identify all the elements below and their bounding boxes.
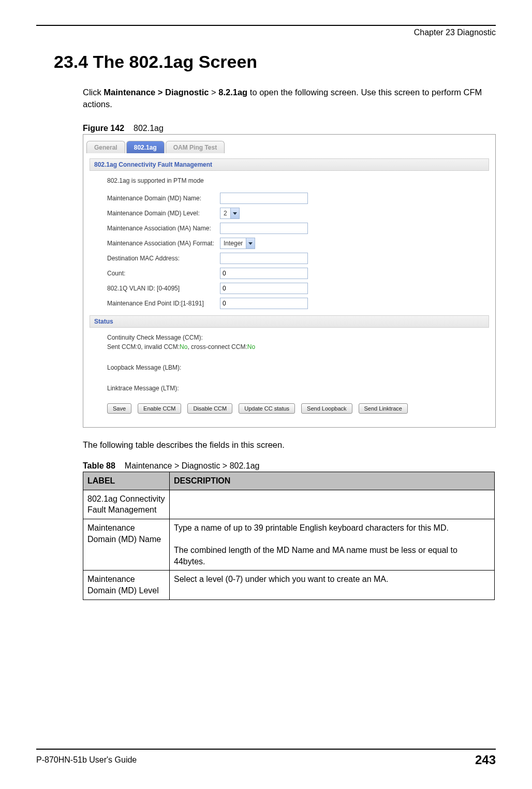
save-button[interactable]: Save — [107, 403, 131, 414]
status-ccm-b: , cross-connect CCM: — [187, 343, 247, 350]
update-cc-status-button[interactable]: Update CC status — [239, 403, 295, 414]
send-loopback-button[interactable]: Send Loopback — [301, 403, 352, 414]
screenshot-panel: General 802.1ag OAM Ping Test 802.1ag Co… — [83, 134, 496, 428]
status-ltm: Linktrace Message (LTM): — [107, 385, 489, 392]
label-vlan-id: 802.1Q VLAN ID: [0-4095] — [107, 285, 220, 293]
table-cell-desc: Type a name of up to 39 printable Englis… — [170, 519, 495, 570]
status-ccm-a: Sent CCM:0, invalid CCM: — [107, 343, 180, 350]
select-ma-format-value: Integer — [220, 240, 246, 247]
status-body: Continuity Check Message (CCM): Sent CCM… — [107, 334, 489, 392]
page-number: 243 — [475, 753, 496, 767]
after-figure-text: The following table describes the fields… — [83, 440, 496, 450]
input-vlan-id[interactable] — [220, 283, 308, 294]
send-linktrace-button[interactable]: Send Linktrace — [359, 403, 408, 414]
intro-mid: > — [209, 87, 218, 97]
table-cell-label: Maintenance Domain (MD) Name — [83, 519, 170, 570]
label-ma-name: Maintenance Association (MA) Name: — [107, 225, 220, 232]
label-md-name: Maintenance Domain (MD) Name: — [107, 195, 220, 202]
ptm-mode-note: 802.1ag is supported in PTM mode — [107, 177, 489, 184]
table-head-label: LABEL — [83, 472, 170, 490]
label-count: Count: — [107, 270, 220, 277]
input-md-name[interactable] — [220, 193, 308, 204]
status-ccm-line: Sent CCM:0, invalid CCM:No, cross-connec… — [107, 343, 489, 350]
figure-label: Figure 142 — [83, 124, 124, 133]
table-head-description: DESCRIPTION — [170, 472, 495, 490]
input-mep-id[interactable] — [220, 298, 308, 309]
label-md-level: Maintenance Domain (MD) Level: — [107, 210, 220, 217]
table-cell-label: Maintenance Domain (MD) Level — [83, 571, 170, 600]
intro-pre: Click — [83, 87, 104, 97]
label-ma-format: Maintenance Association (MA) Format: — [107, 240, 220, 247]
table-label: Table 88 — [83, 461, 115, 470]
table-cell-label: 802.1ag Connectivity Fault Management — [83, 490, 170, 519]
status-lbm: Loopback Message (LBM): — [107, 364, 489, 371]
tab-oam-ping-test[interactable]: OAM Ping Test — [166, 141, 225, 153]
chevron-down-icon — [246, 238, 255, 249]
chapter-header: Chapter 23 Diagnostic — [36, 28, 496, 37]
tab-bar: General 802.1ag OAM Ping Test — [83, 135, 495, 153]
status-ccm-no1: No — [180, 343, 187, 350]
table-caption-text: Maintenance > Diagnostic > 802.1ag — [125, 461, 260, 470]
tab-8021ag[interactable]: 802.1ag — [126, 141, 165, 153]
table-row: 802.1ag Connectivity Fault Management — [83, 490, 495, 519]
table-row: Maintenance Domain (MD) Name Type a name… — [83, 519, 495, 570]
select-md-level[interactable]: 2 — [220, 208, 240, 219]
section-bar-cfm: 802.1ag Connectivity Fault Management — [90, 158, 489, 171]
chevron-down-icon — [230, 208, 239, 218]
tab-general[interactable]: General — [86, 141, 125, 153]
button-row: Save Enable CCM Disable CCM Update CC st… — [107, 403, 489, 414]
input-dest-mac[interactable] — [220, 253, 308, 264]
table-caption: Table 88Maintenance > Diagnostic > 802.1… — [83, 461, 496, 471]
select-md-level-value: 2 — [220, 210, 230, 217]
figure-caption-text: 802.1ag — [134, 124, 164, 133]
description-table: LABEL DESCRIPTION 802.1ag Connectivity F… — [83, 472, 495, 600]
status-ccm-no2: No — [247, 343, 255, 350]
label-mep-id: Maintenance End Point ID:[1-8191] — [107, 300, 220, 308]
table-cell-desc — [170, 490, 495, 519]
input-count[interactable] — [220, 268, 308, 279]
figure-caption: Figure 142802.1ag — [83, 124, 496, 133]
enable-ccm-button[interactable]: Enable CCM — [138, 403, 181, 414]
footer-guide: P-870HN-51b User's Guide — [36, 755, 137, 765]
select-ma-format[interactable]: Integer — [220, 238, 255, 249]
intro-path1: Maintenance > Diagnostic — [104, 87, 209, 97]
label-dest-mac: Destination MAC Address: — [107, 255, 220, 262]
intro-path2: 8.2.1ag — [218, 87, 247, 97]
table-row: Maintenance Domain (MD) Level Select a l… — [83, 571, 495, 600]
section-bar-status: Status — [90, 315, 489, 328]
input-ma-name[interactable] — [220, 223, 308, 234]
status-ccm-label: Continuity Check Message (CCM): — [107, 334, 489, 341]
intro-paragraph: Click Maintenance > Diagnostic > 8.2.1ag… — [83, 86, 496, 110]
table-cell-desc: Select a level (0-7) under which you wan… — [170, 571, 495, 600]
disable-ccm-button[interactable]: Disable CCM — [187, 403, 232, 414]
section-title: 23.4 The 802.1ag Screen — [54, 52, 496, 72]
